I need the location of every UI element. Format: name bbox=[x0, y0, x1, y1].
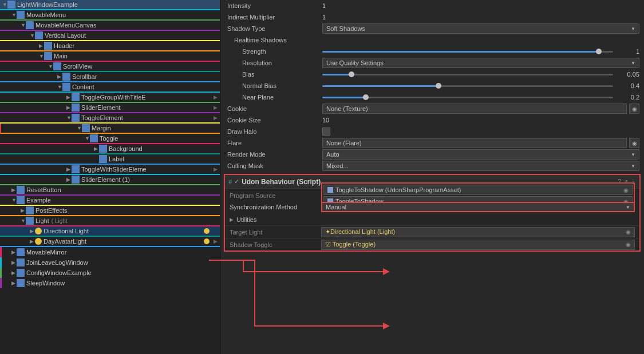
checkmark-icon: ✓ bbox=[234, 178, 239, 185]
utilities-row[interactable]: Utilities bbox=[225, 214, 639, 225]
hash-icon: # bbox=[228, 178, 232, 185]
culling-mask-text: Mixed... bbox=[326, 162, 349, 169]
tree-item-toggleelement[interactable]: ToggleElement ▶ bbox=[0, 113, 220, 124]
expand-arrow bbox=[21, 208, 25, 213]
tree-item-content[interactable]: Content bbox=[0, 82, 220, 93]
render-mode-value[interactable]: Auto ▼ bbox=[322, 149, 639, 160]
tree-item-movablemirror[interactable]: MovableMirror bbox=[0, 247, 220, 257]
cube-icon bbox=[72, 114, 80, 122]
shadow-toggle-value[interactable]: ☑ Toggle (Toggle) ◉ bbox=[321, 240, 635, 250]
normal-bias-value: 0.4 bbox=[617, 82, 639, 89]
tree-label: ResetButton bbox=[26, 186, 61, 193]
cube-icon bbox=[17, 196, 25, 204]
program-source-row: Program Source ToggleToShadow (UdonSharp… bbox=[225, 190, 639, 201]
program-source-label: Program Source bbox=[230, 192, 321, 199]
intensity-number: 1 bbox=[322, 2, 326, 9]
tree-label: ToggleGroupWithTitleE bbox=[81, 94, 146, 101]
tree-label: Toggle bbox=[100, 135, 118, 142]
expand-arrow bbox=[11, 249, 16, 255]
expand-arrow bbox=[30, 33, 34, 38]
tree-item-joinleave[interactable]: JoinLeaveLogWindow bbox=[0, 257, 220, 268]
target-light-row: Target Light ✦Directional Light (Light) … bbox=[225, 225, 639, 238]
tree-item-resetbutton[interactable]: ResetButton bbox=[0, 185, 220, 196]
bias-slider-track[interactable] bbox=[322, 74, 613, 75]
tree-label: SliderElement bbox=[81, 104, 120, 111]
strength-slider-thumb[interactable] bbox=[596, 49, 602, 54]
tree-item-background[interactable]: Background bbox=[0, 144, 220, 154]
tree-item-toggle[interactable]: Toggle bbox=[0, 134, 220, 144]
tree-item-sliderelement1[interactable]: SliderElement (1) bbox=[0, 175, 220, 185]
tree-item-directionallight[interactable]: Directional Light bbox=[0, 226, 220, 237]
program-source-asset[interactable]: ToggleToShadow (UdonSharpProgramAsset) ◉ bbox=[323, 185, 633, 195]
tree-item-togglewithslider[interactable]: ToggleWithSliderEleme ▶ bbox=[0, 165, 220, 175]
near-plane-slider-track[interactable] bbox=[322, 97, 613, 98]
normal-bias-label: Normal Bias bbox=[225, 82, 322, 89]
tree-item-movablemenucanvas[interactable]: MovableMenuCanvas bbox=[0, 21, 220, 31]
tree-label: MovableMenu bbox=[26, 11, 66, 18]
flare-select-button[interactable]: ◉ bbox=[629, 138, 639, 148]
cookie-select-button[interactable]: ◉ bbox=[629, 104, 639, 114]
near-plane-label: Near Plane bbox=[225, 94, 322, 101]
tree-item-lighwindowexample[interactable]: LightWindowExample bbox=[0, 0, 220, 10]
flare-dropdown[interactable]: None (Flare) bbox=[322, 138, 627, 148]
culling-mask-row: Culling Mask Mixed... ▼ bbox=[220, 160, 644, 172]
circle-icon-5: ◉ bbox=[626, 229, 631, 235]
tree-label: LightWindowExample bbox=[17, 1, 78, 8]
sync-method-label: Synchronization Method bbox=[230, 204, 321, 210]
normal-bias-row: Normal Bias 0.4 bbox=[220, 80, 644, 92]
near-plane-row: Near Plane 0.2 bbox=[220, 92, 644, 103]
bias-slider-fill bbox=[322, 74, 351, 75]
tree-item-margin[interactable]: Margin bbox=[0, 124, 220, 134]
bias-slider-thumb[interactable] bbox=[349, 71, 354, 77]
tree-item-movablemenu[interactable]: MovableMenu bbox=[0, 10, 220, 21]
tree-item-sleepwindow[interactable]: SleepWindow bbox=[0, 278, 220, 288]
expand-arrow bbox=[2, 2, 7, 7]
strength-row: Strength 1 bbox=[220, 46, 644, 57]
tree-item-posteffects[interactable]: PostEffects bbox=[0, 206, 220, 216]
tree-item-scrollbar[interactable]: Scrollbar bbox=[0, 72, 220, 82]
cookie-value[interactable]: None (Texture) ◉ bbox=[322, 104, 639, 114]
cube-icon bbox=[62, 83, 70, 91]
sync-method-value[interactable]: Manual ▼ bbox=[321, 202, 635, 212]
cube-icon bbox=[99, 145, 107, 153]
tree-label: Directional Light bbox=[44, 228, 89, 234]
near-plane-slider-thumb[interactable] bbox=[363, 94, 369, 100]
tree-item-label[interactable]: Label bbox=[0, 154, 220, 165]
tree-item-scrollview[interactable]: ScrollView bbox=[0, 62, 220, 72]
tree-item-verticallayout[interactable]: Vertical Layout bbox=[0, 31, 220, 41]
culling-mask-value[interactable]: Mixed... ▼ bbox=[322, 161, 639, 171]
tree-item-main[interactable]: Main bbox=[0, 51, 220, 62]
tree-item-togglegroup[interactable]: ToggleGroupWithTitleE ▶ bbox=[0, 93, 220, 103]
render-mode-dropdown[interactable]: Auto ▼ bbox=[322, 149, 639, 160]
draw-halo-checkbox[interactable] bbox=[322, 128, 330, 136]
chevron-down-icon-5: ▼ bbox=[626, 205, 630, 210]
shadow-type-value[interactable]: Soft Shadows ▼ bbox=[322, 23, 639, 34]
resolution-value[interactable]: Use Quality Settings ▼ bbox=[322, 58, 639, 68]
shadow-type-dropdown[interactable]: Soft Shadows ▼ bbox=[322, 23, 639, 34]
expand-arrow bbox=[11, 12, 16, 18]
cookie-size-number: 10 bbox=[322, 117, 329, 124]
normal-bias-slider-thumb[interactable] bbox=[436, 83, 441, 89]
tree-item-light[interactable]: Light ( Light bbox=[0, 216, 220, 226]
normal-bias-slider-track[interactable] bbox=[322, 85, 613, 87]
sync-method-dropdown[interactable]: Manual ▼ bbox=[321, 202, 635, 212]
resolution-dropdown[interactable]: Use Quality Settings ▼ bbox=[322, 58, 639, 68]
flare-value[interactable]: None (Flare) ◉ bbox=[322, 138, 639, 148]
cookie-dropdown[interactable]: None (Texture) bbox=[322, 104, 627, 114]
tree-label: ConfigWindowExample bbox=[26, 269, 92, 276]
strength-slider-track[interactable] bbox=[322, 51, 613, 53]
expand-arrow bbox=[11, 187, 16, 193]
render-mode-row: Render Mode Auto ▼ bbox=[220, 149, 644, 160]
tree-item-sliderelement[interactable]: SliderElement ▶ bbox=[0, 103, 220, 113]
target-light-value[interactable]: ✦Directional Light (Light) ◉ bbox=[321, 227, 635, 237]
tree-item-dayavatarlight[interactable]: DayAvatarLight ▶ bbox=[0, 237, 220, 247]
tree-item-header[interactable]: Header bbox=[0, 41, 220, 51]
tree-item-example[interactable]: Example bbox=[0, 196, 220, 206]
indirect-mult-row: Indirect Multiplier 1 bbox=[220, 11, 644, 23]
right-arrow: ▶ bbox=[214, 105, 218, 110]
tree-item-configwindow[interactable]: ConfigWindowExample bbox=[0, 268, 220, 278]
normal-bias-slider-fill bbox=[322, 85, 438, 87]
culling-mask-dropdown[interactable]: Mixed... ▼ bbox=[322, 161, 639, 171]
expand-arrow bbox=[21, 218, 25, 224]
indirect-mult-number: 1 bbox=[322, 14, 326, 21]
